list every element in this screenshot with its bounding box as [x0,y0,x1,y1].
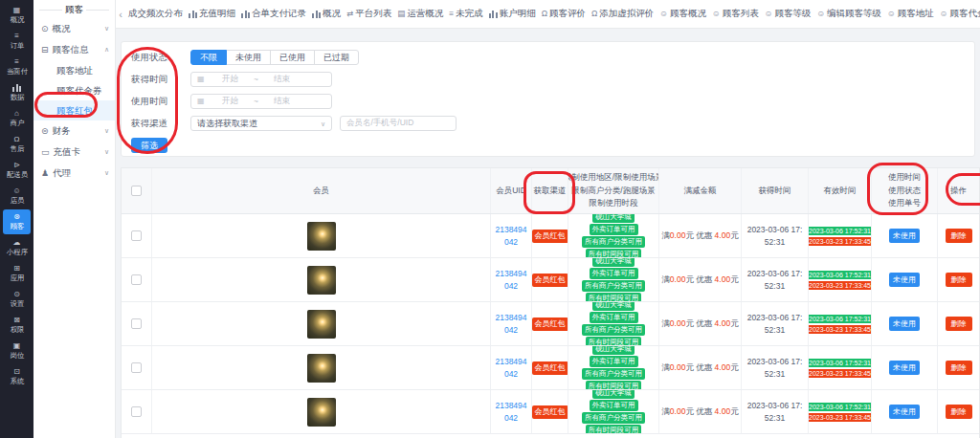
secondary-sidebar-title-text: 顾客 [65,4,83,16]
sidebar-item-courier[interactable]: ⊳配送员 [3,158,31,183]
filter-label-channel: 获得渠道 [131,118,190,130]
filter-submit-button[interactable]: 筛选 [131,138,167,153]
valid-from-badge: 2023-03-06 17:52:31 [809,315,872,323]
sidebar-item-face-pay[interactable]: ≡当面付 [3,55,31,79]
valid-until-badge: 2023-03-23 17:33:45 [809,369,872,378]
tab-recharge-detail[interactable]: 充值明细 [186,4,238,24]
sidebar-item-customer[interactable]: ⊛顾客 [3,209,31,234]
status-option-2[interactable]: 已使用 [270,50,315,65]
tab-unfinished[interactable]: ≡未完成 [446,4,485,24]
menu-group-agent[interactable]: ♟代理∨ [33,163,115,184]
system-icon: ⊡ [13,368,20,376]
person-circle-icon: ☺ [940,10,948,18]
status-option-1[interactable]: 未使用 [226,50,271,65]
channel-cell: 会员红包 [532,214,568,257]
delete-button[interactable]: 删除 [946,273,972,287]
delete-button[interactable]: 删除 [946,317,972,331]
table-row: 2138494042会员红包砚山大学城外卖订单可用所有商户分类可用所有时间段可用… [122,302,979,346]
tab-account-detail[interactable]: 账户明细 [486,4,539,24]
sidebar-item-overview[interactable]: ▦概况 [3,3,31,28]
select-all-checkbox[interactable] [131,186,142,196]
column-header-line: 使用时间 [888,171,921,185]
sidebar-item-positions[interactable]: ▣岗位 [3,339,31,363]
tab-edit-customer-level[interactable]: ☺编辑顾客等级 [813,4,884,24]
channel-select[interactable]: 请选择获取渠道 ∨ [190,116,332,131]
member-uid-link[interactable]: 2138494042 [492,356,530,381]
restriction-badge: 所有商户分类可用 [582,324,645,336]
tab-combined-pay-record[interactable]: 合单支付记录 [238,4,309,24]
obtain-time-range-input[interactable]: ▦ 开始 ~ 结束 [190,72,332,87]
menu-group-label: 代理 [53,167,71,180]
restriction-badge: 外卖订单可用 [590,268,638,279]
row-checkbox[interactable] [131,406,142,417]
amount-cell: 满0.00元 优惠 4.00元 [659,390,742,433]
status-tag: 未使用 [889,317,920,331]
tab-customer-voucher[interactable]: ☺顾客代金券 [937,4,980,24]
row-checkbox[interactable] [131,362,142,373]
tab-customer-review[interactable]: Ω顾客评价 [539,4,589,24]
column-header-line: 获取渠道 [534,185,567,198]
amount-cell: 满0.00元 优惠 4.00元 [659,346,742,389]
member-uid-link[interactable]: 2138494042 [492,312,530,337]
sidebar-item-apps[interactable]: ⊞应用 [3,261,31,286]
sidebar-item-label: 店员 [10,195,24,205]
member-uid-link[interactable]: 2138494042 [492,224,530,249]
sidebar-item-data[interactable]: 数据 [3,80,31,105]
status-option-0[interactable]: 不限 [190,50,227,65]
delete-button[interactable]: 删除 [946,229,972,243]
sidebar-item-mini-program[interactable]: ☁小程序 [3,235,31,260]
sidebar-item-permissions[interactable]: ⊠权限 [3,313,31,338]
tab-scroll-left-icon[interactable]: ‹ [116,9,125,20]
column-header: 会员UID [491,168,532,213]
delete-button[interactable]: 删除 [946,361,972,375]
sidebar-item-settings[interactable]: ⊙设置 [3,287,31,312]
tab-overview[interactable]: 概况 [309,4,344,24]
divider-line [39,10,62,11]
menu-item-customer-redpacket[interactable]: 顾客红包 [33,100,115,120]
tab-deal-frequency[interactable]: 成交频次分布 [125,4,186,24]
menu-group-overview[interactable]: ⊙概况∨ [33,18,115,39]
menu-item-customer-address[interactable]: 顾客地址 [33,60,115,80]
menu-group-customer-info[interactable]: ⊟顾客信息∧ [33,39,115,60]
tab-platform-list[interactable]: ⇄平台列表 [344,4,394,24]
member-cell [152,302,491,345]
tab-add-virtual-review[interactable]: Ω添加虚拟评价 [589,4,657,24]
sidebar-item-merchant[interactable]: ⌂商户 [3,106,31,131]
row-checkbox[interactable] [131,230,142,241]
member-uid-link[interactable]: 2138494042 [492,268,530,293]
row-checkbox[interactable] [131,274,142,285]
bar-chart-icon [489,11,498,18]
status-option-3[interactable]: 已过期 [314,50,359,65]
row-checkbox[interactable] [131,318,142,329]
restriction-badge: 外卖订单可用 [590,312,638,323]
dashboard-icon: ▦ [13,7,21,14]
column-header: 会员 [152,168,491,213]
tab-label: 顾客地址 [898,8,934,20]
tab-customer-level[interactable]: ☺顾客等级 [762,4,814,24]
menu-group-finance[interactable]: ⊜财务∨ [33,120,115,142]
sidebar-item-after-sale[interactable]: Ω售后 [3,132,31,157]
member-uid-link[interactable]: 2138494042 [492,400,530,425]
tab-customer-address[interactable]: ☺顾客地址 [884,4,937,24]
column-header: 操作 [938,168,979,213]
chevron-down-icon: ∨ [321,120,325,127]
sidebar-item-system[interactable]: ⊡系统 [3,364,31,389]
filter-row-channel: 获得渠道 请选择获取渠道 ∨ 会员名/手机号/UID [131,116,974,131]
tab-customer-list[interactable]: ☺顾客列表 [709,4,762,24]
action-cell: 删除 [938,346,979,389]
column-header-line: 使用单号 [888,197,921,210]
row-select-cell [122,390,152,433]
obtained-time-cell: 2023-03-06 17:52:31 [742,258,809,301]
tab-operation-overview[interactable]: ▤运营概况 [394,4,446,24]
date-end-placeholder: 结束 [264,96,301,107]
menu-group-recharge-card[interactable]: ▭充值卡∨ [33,142,115,163]
sidebar-item-orders[interactable]: ≡订单 [3,29,31,54]
tab-customer-overview[interactable]: ☺顾客概况 [657,4,709,24]
valid-from-badge: 2023-03-06 17:52:31 [809,403,872,411]
use-time-range-input[interactable]: ▦ 开始 ~ 结束 [190,94,332,109]
keyword-input[interactable]: 会员名/手机号/UID [340,116,457,131]
delete-button[interactable]: 删除 [946,405,972,419]
channel-badge: 会员红包 [532,318,568,331]
sidebar-item-clerk[interactable]: ☺店员 [3,184,31,208]
menu-item-customer-voucher[interactable]: 顾客代金券 [33,80,115,100]
